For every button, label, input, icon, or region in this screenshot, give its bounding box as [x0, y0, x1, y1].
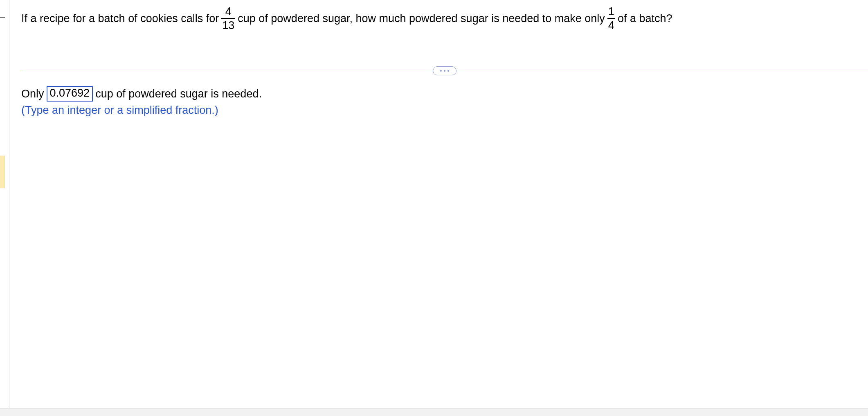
- section-divider: [21, 66, 868, 76]
- question-part1: If a recipe for a batch of cookies calls…: [21, 12, 219, 25]
- answer-area: Only 0.07692 cup of powdered sugar is ne…: [21, 86, 262, 117]
- question-text: If a recipe for a batch of cookies calls…: [21, 6, 672, 32]
- expand-pill[interactable]: [433, 66, 456, 75]
- fraction-1: 4 13: [221, 6, 235, 32]
- content-area: If a recipe for a batch of cookies calls…: [9, 0, 868, 416]
- answer-hint: (Type an integer or a simplified fractio…: [21, 104, 262, 117]
- fraction-1-denominator: 13: [221, 20, 235, 31]
- ellipsis-dot-icon: [440, 70, 442, 72]
- fraction-2-bar: [607, 18, 615, 19]
- fraction-1-bar: [221, 18, 235, 19]
- bottom-bar: [0, 408, 868, 416]
- question-part3: of a batch?: [618, 12, 672, 25]
- question-part2: cup of powdered sugar, how much powdered…: [238, 12, 605, 25]
- answer-line: Only 0.07692 cup of powdered sugar is ne…: [21, 86, 262, 102]
- left-sidebar-edge: −: [0, 0, 9, 416]
- answer-input[interactable]: 0.07692: [47, 86, 93, 102]
- fraction-2-denominator: 4: [607, 20, 615, 31]
- collapse-toggle[interactable]: −: [0, 11, 7, 23]
- fraction-1-numerator: 4: [225, 6, 232, 17]
- page-root: − If a recipe for a batch of cookies cal…: [0, 0, 868, 416]
- ellipsis-dot-icon: [444, 70, 445, 72]
- answer-prefix: Only: [21, 88, 44, 100]
- answer-suffix: cup of powdered sugar is needed.: [95, 88, 262, 100]
- ellipsis-dot-icon: [447, 70, 449, 72]
- nav-highlight-tab[interactable]: [0, 156, 4, 188]
- fraction-2-numerator: 1: [607, 6, 615, 17]
- fraction-2: 1 4: [607, 6, 615, 32]
